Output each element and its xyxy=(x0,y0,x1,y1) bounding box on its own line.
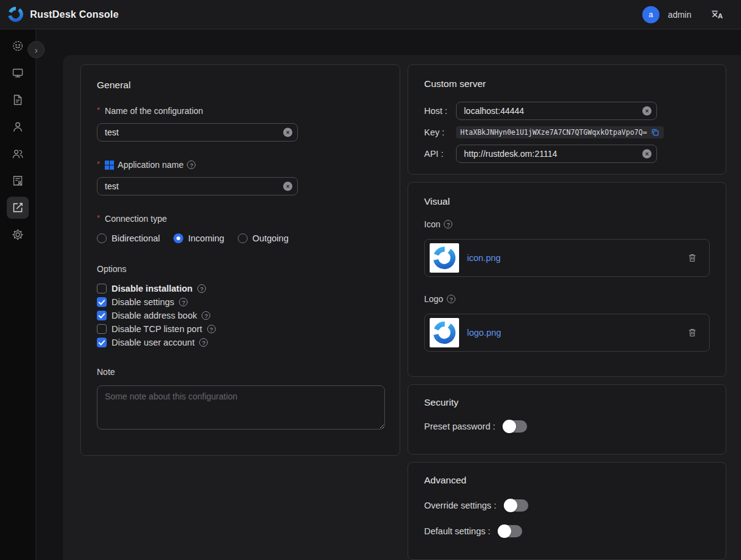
chevron-right-icon: › xyxy=(35,45,38,55)
sidebar xyxy=(0,29,36,560)
config-name-input[interactable] xyxy=(97,123,298,142)
sidebar-expand-button[interactable]: › xyxy=(28,41,45,58)
monitor-icon xyxy=(12,67,24,79)
preset-password-toggle[interactable] xyxy=(503,420,527,433)
rustdesk-logo-icon xyxy=(7,6,24,23)
sidebar-item-devices[interactable] xyxy=(7,62,29,84)
icon-file-row: icon.png xyxy=(424,239,710,277)
sidebar-item-dashboard[interactable] xyxy=(7,35,29,57)
username[interactable]: admin xyxy=(668,10,691,20)
checkbox[interactable] xyxy=(97,311,107,320)
visual-card: Visual Icon ? xyxy=(408,182,726,377)
host-label: Host : xyxy=(424,106,456,116)
brand: RustDesk Console xyxy=(7,6,119,23)
icon-thumbnail xyxy=(430,243,459,273)
sidebar-item-settings[interactable] xyxy=(7,224,29,246)
users-icon xyxy=(12,148,24,160)
icon-label: Icon ? xyxy=(424,219,710,229)
visual-title: Visual xyxy=(424,196,710,207)
host-input[interactable] xyxy=(456,102,657,120)
note-label: Note xyxy=(97,367,384,377)
clear-icon[interactable]: ✕ xyxy=(283,182,292,191)
preset-password-label: Preset password : xyxy=(424,422,495,431)
key-label: Key : xyxy=(424,127,456,137)
radio-bidirectional[interactable]: Bidirectional xyxy=(97,233,160,243)
user-area: a admin A xyxy=(642,6,724,23)
copy-icon[interactable] xyxy=(651,128,659,137)
help-icon[interactable]: ? xyxy=(202,311,210,320)
logo-file-row: logo.png xyxy=(424,314,710,352)
sidebar-item-audit-log[interactable] xyxy=(7,170,29,192)
key-value: HtaXBkJNHyn0e1U1jWXze7A7CN7QTGWqxkOtpaVp… xyxy=(460,128,647,137)
top-bar: RustDesk Console a admin A xyxy=(0,0,741,29)
logo-file-link[interactable]: logo.png xyxy=(467,328,501,338)
help-icon[interactable]: ? xyxy=(199,338,208,347)
checkbox[interactable] xyxy=(97,324,107,334)
edit-icon xyxy=(12,202,24,214)
security-title: Security xyxy=(424,397,710,408)
radio-outgoing[interactable]: Outgoing xyxy=(238,233,289,243)
required-asterisk: * xyxy=(97,159,100,168)
option-disable-tcp-listen-port: Disable TCP listen port ? xyxy=(97,324,384,334)
trash-icon[interactable] xyxy=(688,328,697,338)
help-icon[interactable]: ? xyxy=(179,298,188,306)
checkbox[interactable] xyxy=(97,297,107,307)
clear-icon[interactable]: ✕ xyxy=(642,107,652,116)
option-disable-user-account: Disable user account ? xyxy=(97,338,384,347)
connection-type-label: * Connection type xyxy=(97,214,384,224)
windows-icon xyxy=(105,161,114,170)
help-icon[interactable]: ? xyxy=(444,220,452,229)
sidebar-item-groups[interactable] xyxy=(7,143,29,165)
checkbox[interactable] xyxy=(97,284,107,293)
gear-icon xyxy=(12,229,24,241)
sidebar-item-documents[interactable] xyxy=(7,89,29,111)
logo-thumbnail xyxy=(430,318,459,347)
override-settings-toggle[interactable] xyxy=(504,499,528,512)
right-column: Custom server Host : ✕ Key : HtaXBkJNHy xyxy=(408,64,726,560)
help-icon[interactable]: ? xyxy=(447,295,455,303)
custom-server-card: Custom server Host : ✕ Key : HtaXBkJNHy xyxy=(408,64,726,175)
override-settings-label: Override settings : xyxy=(424,501,496,510)
security-card: Security Preset password : xyxy=(408,384,726,455)
clear-icon[interactable]: ✕ xyxy=(642,149,652,159)
api-input[interactable] xyxy=(456,145,657,163)
document-icon xyxy=(12,94,24,106)
key-value-chip: HtaXBkJNHyn0e1U1jWXze7A7CN7QTGWqxkOtpaVp… xyxy=(456,126,664,138)
translate-icon[interactable]: A xyxy=(711,8,724,21)
sidebar-item-configurations[interactable] xyxy=(7,197,29,219)
radio-icon xyxy=(97,233,107,243)
help-icon[interactable]: ? xyxy=(187,161,196,169)
default-settings-label: Default settings : xyxy=(424,526,490,536)
options-label: Options xyxy=(97,264,384,274)
default-settings-toggle[interactable] xyxy=(498,525,522,537)
required-asterisk: * xyxy=(97,105,100,115)
option-disable-installation: Disable installation ? xyxy=(97,284,384,293)
radio-icon xyxy=(238,233,248,243)
app-title: RustDesk Console xyxy=(30,9,119,20)
note-textarea[interactable] xyxy=(97,385,385,429)
help-icon[interactable]: ? xyxy=(207,325,216,333)
override-settings-row: Override settings : xyxy=(424,499,710,512)
connection-type-group: Bidirectional Incoming Outgoing xyxy=(97,233,384,243)
general-card: General * Name of the configuration ✕ * xyxy=(80,64,400,456)
default-settings-row: Default settings : xyxy=(424,525,710,537)
option-disable-settings: Disable settings ? xyxy=(97,297,384,307)
advanced-card: Advanced Override settings : Default set… xyxy=(408,462,726,560)
application-name-input[interactable] xyxy=(97,177,298,195)
required-asterisk: * xyxy=(97,213,100,222)
clear-icon[interactable]: ✕ xyxy=(283,128,292,137)
icon-file-link[interactable]: icon.png xyxy=(467,253,501,263)
smiley-icon xyxy=(12,40,24,52)
logo-label: Logo ? xyxy=(424,294,710,304)
radio-incoming[interactable]: Incoming xyxy=(173,233,224,243)
checkbox[interactable] xyxy=(97,338,107,347)
trash-icon[interactable] xyxy=(688,253,697,263)
options-list: Disable installation ? Disable settings … xyxy=(97,284,384,347)
avatar[interactable]: a xyxy=(642,6,659,23)
sidebar-item-users[interactable] xyxy=(7,116,29,138)
app-root: RustDesk Console a admin A xyxy=(0,0,741,560)
help-icon[interactable]: ? xyxy=(197,284,206,293)
custom-server-title: Custom server xyxy=(424,78,710,89)
content-background: General * Name of the configuration ✕ * xyxy=(36,29,741,560)
preset-password-row: Preset password : xyxy=(424,420,710,433)
